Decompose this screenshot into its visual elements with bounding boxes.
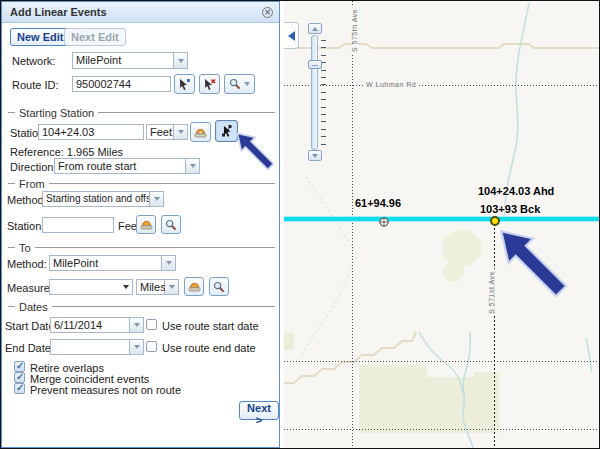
route-id-label: Route ID: <box>12 79 58 91</box>
from-method-label: Method: <box>7 194 47 206</box>
station-point-marker[interactable] <box>490 216 500 226</box>
network-value: MilePoint <box>73 53 173 68</box>
end-date-input[interactable] <box>50 339 130 355</box>
start-date-picker[interactable] <box>130 317 144 333</box>
network-label: Network: <box>12 55 55 67</box>
collapse-panel-button[interactable] <box>284 22 299 49</box>
slider-ticks <box>321 40 327 150</box>
basemap-art <box>284 1 600 448</box>
to-method-label: Method: <box>7 258 47 270</box>
to-method-value: MilePoint <box>50 256 161 270</box>
from-method-select[interactable]: Starting station and offset <box>42 191 164 207</box>
reference-point-marker[interactable] <box>379 217 389 227</box>
starting-station-legend: Starting Station <box>8 107 275 118</box>
zoom-out-button[interactable] <box>308 150 322 161</box>
cursor-node-icon <box>220 124 234 138</box>
road-s-571st <box>494 220 495 448</box>
route-id-input[interactable] <box>72 76 171 92</box>
annotation-arrow-map <box>497 227 569 299</box>
zoom-slider-track[interactable] <box>311 35 318 150</box>
tan-road <box>284 44 600 48</box>
chevron-down-icon[interactable] <box>161 256 175 270</box>
panel-title: Add Linear Events <box>10 6 107 18</box>
add-linear-events-panel: Add Linear Events ✕ New Edit Next Edit N… <box>1 1 280 448</box>
to-measure-button[interactable] <box>184 277 204 296</box>
field-polygon <box>359 365 499 433</box>
chevron-down-icon[interactable] <box>130 340 143 354</box>
measure-combo[interactable] <box>49 279 133 295</box>
use-route-end-date-checkbox[interactable] <box>146 341 157 352</box>
road-s-575th <box>352 1 353 448</box>
chevron-down-icon[interactable] <box>123 285 129 289</box>
station-label-back: 103+93 Bck <box>480 203 540 215</box>
next-button[interactable]: Next > <box>239 401 279 420</box>
station-label-ahead: 104+24.03 Ahd <box>478 185 554 197</box>
cursor-clear-icon <box>203 78 216 91</box>
magnifier-icon <box>165 219 177 231</box>
zoom-in-button[interactable] <box>308 23 322 34</box>
measure-unit-select[interactable] <box>165 279 179 295</box>
use-route-end-date-label: Use route end date <box>162 342 256 354</box>
close-icon[interactable]: ✕ <box>262 7 273 18</box>
from-zoom-button[interactable] <box>161 215 181 234</box>
end-date-label: End Date: <box>5 342 54 354</box>
chevron-down-icon[interactable] <box>185 159 199 173</box>
next-edit-button[interactable]: Next Edit <box>64 28 126 46</box>
chevron-down-icon[interactable] <box>149 192 163 206</box>
road-label-s-571st: S 571st Ave <box>488 269 495 316</box>
road-label-s-575th: S 575th Ave <box>351 7 358 54</box>
station-label-left: 61+94.96 <box>342 197 414 209</box>
cursor-select-icon <box>178 78 191 91</box>
measure-station-button[interactable] <box>190 122 211 142</box>
road-label-w-luhman: W Luhman Rd <box>364 81 418 88</box>
from-legend: From <box>8 178 275 189</box>
road-w-luhman <box>284 85 600 86</box>
station-input[interactable] <box>38 124 144 140</box>
dates-legend: Dates <box>8 301 275 312</box>
measure-unit-value: Miles <box>136 279 165 295</box>
chevron-left-icon <box>288 31 295 41</box>
to-zoom-button[interactable] <box>209 277 229 296</box>
magnifier-icon <box>229 78 241 90</box>
selected-route-line[interactable] <box>284 217 600 221</box>
chevron-down-icon[interactable] <box>173 53 187 68</box>
gauge-icon <box>188 281 201 292</box>
direction-select[interactable]: From route start <box>54 158 200 174</box>
road-horizontal-3 <box>284 429 600 430</box>
chevron-down-icon[interactable] <box>165 280 178 294</box>
direction-value: From route start <box>55 159 185 173</box>
magnifier-icon <box>213 281 225 293</box>
zoom-slider-thumb[interactable] <box>308 60 322 69</box>
prevent-measures-checkbox[interactable] <box>14 383 25 394</box>
chevron-up-icon <box>312 27 318 31</box>
direction-label: Direction: <box>10 161 56 173</box>
from-station-input[interactable] <box>42 217 114 233</box>
from-method-value: Starting station and offset <box>43 192 149 206</box>
use-route-start-date-checkbox[interactable] <box>146 319 157 330</box>
map-area[interactable]: W Luhman Rd S 575th Ave S 571st Ave 61+9… <box>284 1 600 448</box>
app-window: Add Linear Events ✕ New Edit Next Edit N… <box>0 0 600 449</box>
gauge-icon <box>194 127 207 138</box>
end-date-picker[interactable] <box>130 339 144 355</box>
prevent-measures-label: Prevent measures not on route <box>30 384 181 396</box>
chevron-down-icon[interactable] <box>174 125 187 139</box>
network-select[interactable]: MilePoint <box>72 52 188 69</box>
from-measure-button[interactable] <box>136 215 156 234</box>
reference-text: Reference: 1.965 Miles <box>10 146 123 158</box>
chevron-down-icon[interactable] <box>130 318 143 332</box>
panel-header: Add Linear Events ✕ <box>2 2 279 23</box>
to-legend: To <box>8 242 275 253</box>
station-unit-select[interactable] <box>174 124 188 140</box>
to-method-select[interactable]: MilePoint <box>49 255 176 271</box>
new-edit-button[interactable]: New Edit <box>10 28 70 46</box>
gauge-icon <box>140 219 153 230</box>
select-route-on-map-button[interactable] <box>174 74 195 94</box>
station-unit-value: Feet <box>146 124 174 140</box>
measure-label: Measure: <box>7 282 53 294</box>
clear-route-selection-button[interactable] <box>199 74 220 94</box>
measure-value <box>50 280 123 294</box>
chevron-down-icon <box>244 82 250 86</box>
use-route-start-date-label: Use route start date <box>162 320 259 332</box>
start-date-input[interactable] <box>50 317 130 333</box>
zoom-to-route-button[interactable] <box>224 74 255 94</box>
